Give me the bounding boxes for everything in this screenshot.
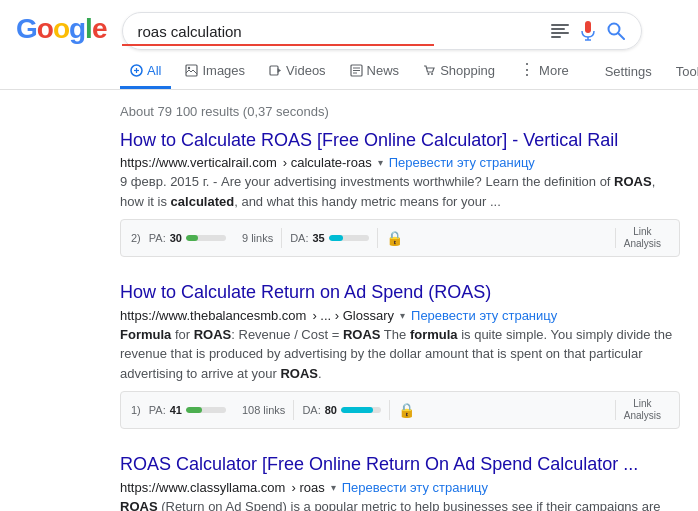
result-snippet: Formula for ROAS: Revenue / Cost = ROAS … bbox=[120, 325, 680, 384]
result-url: https://www.classyllama.com bbox=[120, 480, 285, 495]
lock-metric: 🔒 bbox=[378, 230, 411, 246]
mic-icon[interactable] bbox=[579, 19, 597, 43]
tab-images[interactable]: Images bbox=[175, 55, 255, 89]
result-title[interactable]: How to Calculate Return on Ad Spend (ROA… bbox=[120, 281, 680, 304]
result-snippet: ROAS (Return on Ad Spend) is a popular m… bbox=[120, 497, 680, 511]
nav-tools[interactable]: Tools bbox=[666, 56, 698, 87]
da-metric: DA: 80 bbox=[294, 404, 389, 416]
result-translate[interactable]: Перевести эту страницу bbox=[389, 155, 535, 170]
result-card: How to Calculate ROAS [Free Online Calcu… bbox=[120, 129, 680, 257]
lock-metric: 🔒 bbox=[390, 402, 423, 418]
search-icons bbox=[549, 19, 627, 43]
result-url: https://www.thebalancesmb.com bbox=[120, 308, 306, 323]
tab-shopping[interactable]: Shopping bbox=[413, 55, 505, 89]
links-value: 108 links bbox=[242, 404, 285, 416]
pa-label: PA: bbox=[149, 232, 166, 244]
result-card: How to Calculate Return on Ad Spend (ROA… bbox=[120, 281, 680, 429]
result-translate[interactable]: Перевести эту страницу bbox=[411, 308, 557, 323]
result-breadcrumb: › roas bbox=[291, 480, 324, 495]
results-area: About 79 100 results (0,37 seconds) How … bbox=[0, 90, 698, 511]
pa-value: 41 bbox=[170, 404, 182, 416]
search-input[interactable] bbox=[137, 23, 539, 40]
tab-all[interactable]: All bbox=[120, 55, 171, 89]
da-value: 80 bbox=[325, 404, 337, 416]
result-title[interactable]: ROAS Calculator [Free Online Return On A… bbox=[120, 453, 680, 476]
result-title[interactable]: How to Calculate ROAS [Free Online Calcu… bbox=[120, 129, 680, 152]
pa-metric: PA: 41 bbox=[141, 404, 234, 416]
rank-label: 1) bbox=[131, 404, 141, 416]
pa-bar-fill bbox=[186, 235, 198, 241]
metrics-bar: 1) PA: 41 108 links DA: 80 🔒 bbox=[120, 391, 680, 429]
da-label: DA: bbox=[290, 232, 308, 244]
videos-icon bbox=[269, 64, 282, 77]
nav-tabs: All Images Videos News Shopping bbox=[0, 46, 698, 90]
svg-rect-14 bbox=[270, 66, 278, 75]
link-analysis-label: Link bbox=[633, 398, 651, 410]
dropdown-icon: ▾ bbox=[400, 310, 405, 321]
search-submit-icon[interactable] bbox=[605, 20, 627, 42]
svg-rect-12 bbox=[186, 65, 197, 76]
da-bar-fill bbox=[329, 235, 343, 241]
dropdown-icon: ▾ bbox=[331, 482, 336, 493]
metrics-bar: 2) PA: 30 9 links DA: 35 🔒 bbox=[120, 219, 680, 257]
pa-bar bbox=[186, 407, 226, 413]
result-breadcrumb: › ... › Glossary bbox=[312, 308, 394, 323]
result-date: 9 февр. 2015 г. - bbox=[120, 174, 217, 189]
svg-marker-15 bbox=[278, 68, 282, 73]
da-value: 35 bbox=[312, 232, 324, 244]
da-metric: DA: 35 bbox=[282, 232, 377, 244]
link-analysis-label: Link bbox=[633, 226, 651, 238]
nav-settings[interactable]: Settings bbox=[595, 56, 662, 87]
result-breadcrumb: › calculate-roas bbox=[283, 155, 372, 170]
results-count: About 79 100 results (0,37 seconds) bbox=[120, 98, 682, 129]
result-url: https://www.verticalrail.com bbox=[120, 155, 277, 170]
images-icon bbox=[185, 64, 198, 77]
pa-bar-fill bbox=[186, 407, 202, 413]
svg-rect-1 bbox=[551, 28, 565, 30]
dropdown-icon: ▾ bbox=[378, 157, 383, 168]
da-bar-fill bbox=[341, 407, 373, 413]
da-bar bbox=[341, 407, 381, 413]
links-metric: 9 links bbox=[234, 232, 281, 244]
pa-value: 30 bbox=[170, 232, 182, 244]
result-url-line: https://www.classyllama.com › roas ▾ Пер… bbox=[120, 480, 680, 495]
lock-icon: 🔒 bbox=[386, 230, 403, 246]
tab-news[interactable]: News bbox=[340, 55, 410, 89]
result-url-line: https://www.verticalrail.com › calculate… bbox=[120, 155, 680, 170]
svg-rect-3 bbox=[551, 36, 561, 38]
svg-rect-2 bbox=[551, 32, 569, 34]
svg-rect-0 bbox=[551, 24, 569, 26]
link-analysis-btn[interactable]: Link Analysis bbox=[616, 398, 669, 422]
google-logo: Google bbox=[16, 13, 106, 45]
news-icon bbox=[350, 64, 363, 77]
link-analysis-btn[interactable]: Link Analysis bbox=[616, 226, 669, 250]
result-snippet: 9 февр. 2015 г. - Are your advertising i… bbox=[120, 172, 680, 211]
more-dots-icon: ⋮ bbox=[519, 62, 535, 78]
da-bar bbox=[329, 235, 369, 241]
result-translate[interactable]: Перевести эту страницу bbox=[342, 480, 488, 495]
header: Google bbox=[0, 0, 698, 46]
pa-metric: PA: 30 bbox=[141, 232, 234, 244]
links-value: 9 links bbox=[242, 232, 273, 244]
keyboard-icon[interactable] bbox=[549, 22, 571, 40]
link-analysis-label2: Analysis bbox=[624, 410, 661, 422]
tab-more[interactable]: ⋮ More bbox=[509, 54, 579, 89]
svg-rect-4 bbox=[585, 21, 591, 33]
svg-line-8 bbox=[618, 33, 624, 39]
tab-videos[interactable]: Videos bbox=[259, 55, 336, 89]
rank-label: 2) bbox=[131, 232, 141, 244]
shopping-icon bbox=[423, 64, 436, 77]
link-analysis-label2: Analysis bbox=[624, 238, 661, 250]
all-icon bbox=[130, 64, 143, 77]
search-underline bbox=[122, 44, 642, 46]
result-url-line: https://www.thebalancesmb.com › ... › Gl… bbox=[120, 308, 680, 323]
svg-point-13 bbox=[188, 66, 190, 68]
da-label: DA: bbox=[302, 404, 320, 416]
pa-bar bbox=[186, 235, 226, 241]
pa-label: PA: bbox=[149, 404, 166, 416]
lock-icon: 🔒 bbox=[398, 402, 415, 418]
links-metric: 108 links bbox=[234, 404, 293, 416]
svg-point-20 bbox=[428, 73, 430, 75]
result-card: ROAS Calculator [Free Online Return On A… bbox=[120, 453, 680, 511]
svg-point-21 bbox=[431, 73, 433, 75]
